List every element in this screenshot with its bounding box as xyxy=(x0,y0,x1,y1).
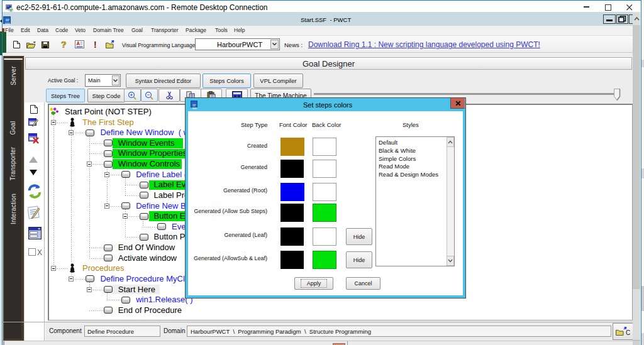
svg-text:C: C xyxy=(626,329,630,336)
